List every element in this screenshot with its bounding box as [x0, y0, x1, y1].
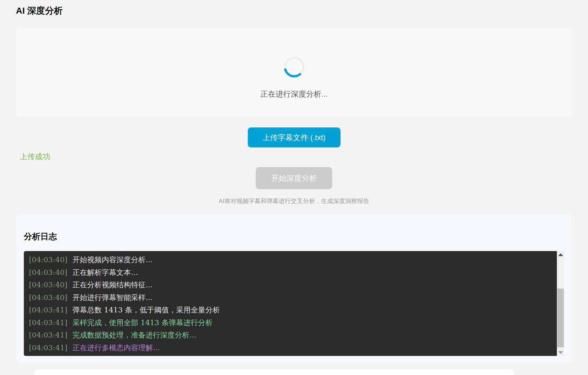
log-message: 正在进行多模态内容理解... [72, 344, 160, 352]
upload-subtitle-button[interactable]: 上传字幕文件 (.txt) [248, 127, 341, 147]
log-entry: [04:03:41]正在进行多模态内容理解... [29, 342, 550, 354]
scroll-down-icon [558, 351, 563, 354]
log-console[interactable]: [04:03:40]开始视频内容深度分析...[04:03:40]正在解析字幕文… [24, 251, 564, 356]
scrollbar-thumb[interactable] [557, 289, 564, 347]
log-timestamp: [04:03:40] [29, 293, 67, 302]
loading-status-text: 正在进行深度分析... [260, 89, 328, 99]
loading-spinner-icon [284, 57, 305, 78]
log-message: 正在解析字幕文本... [72, 268, 138, 276]
log-timestamp: [04:03:41] [29, 331, 67, 339]
log-entry: [04:03:40]开始视频内容深度分析... [29, 254, 550, 266]
analysis-log-panel: 分析日志 [04:03:40]开始视频内容深度分析...[04:03:40]正在… [16, 214, 572, 363]
scroll-up-icon [558, 253, 563, 256]
log-entry: [04:03:41]采样完成，使用全部 1413 条弹幕进行分析 [29, 317, 550, 329]
log-entry: [04:03:41]完成数据预处理，准备进行深度分析... [29, 329, 550, 342]
log-message: 完成数据预处理，准备进行深度分析... [72, 331, 196, 339]
scroll-down-button[interactable] [557, 349, 564, 356]
log-message: 开始进行弹幕智能采样... [72, 293, 152, 302]
start-analysis-button[interactable]: 开始深度分析 [256, 167, 332, 189]
log-entry: [04:03:41]弹幕总数 1413 条，低于阈值，采用全量分析 [29, 304, 550, 317]
scroll-up-button[interactable] [557, 251, 564, 258]
log-entry: [04:03:40]正在解析字幕文本... [29, 266, 550, 279]
log-lines: [04:03:40]开始视频内容深度分析...[04:03:40]正在解析字幕文… [24, 251, 564, 354]
log-timestamp: [04:03:41] [29, 344, 67, 352]
log-message: 开始视频内容深度分析... [72, 256, 152, 264]
console-scrollbar[interactable] [557, 251, 564, 356]
analysis-hint-text: AI将对视频字幕和弹幕进行交叉分析，生成深度洞察报告 [16, 197, 572, 205]
log-entry: [04:03:40]正在分析视频结构特征... [29, 279, 550, 291]
log-timestamp: [04:03:40] [29, 256, 67, 264]
ai-analysis-page: AI 深度分析 正在进行深度分析... 上传字幕文件 (.txt) 上传成功 开… [0, 0, 588, 363]
log-message: 采样完成，使用全部 1413 条弹幕进行分析 [72, 318, 213, 327]
next-section-edge [34, 369, 514, 375]
log-message: 正在分析视频结构特征... [72, 281, 152, 289]
upload-success-status: 上传成功 [16, 152, 572, 162]
log-message: 弹幕总数 1413 条，低于阈值，采用全量分析 [72, 306, 220, 314]
log-entry: [04:03:40]开始进行弹幕智能采样... [29, 291, 550, 304]
log-timestamp: [04:03:41] [29, 318, 67, 327]
log-timestamp: [04:03:41] [29, 306, 67, 314]
page-title: AI 深度分析 [16, 0, 572, 15]
log-timestamp: [04:03:40] [29, 268, 67, 276]
log-timestamp: [04:03:40] [29, 281, 67, 289]
log-panel-title: 分析日志 [24, 215, 564, 241]
loading-panel: 正在进行深度分析... [16, 27, 572, 117]
